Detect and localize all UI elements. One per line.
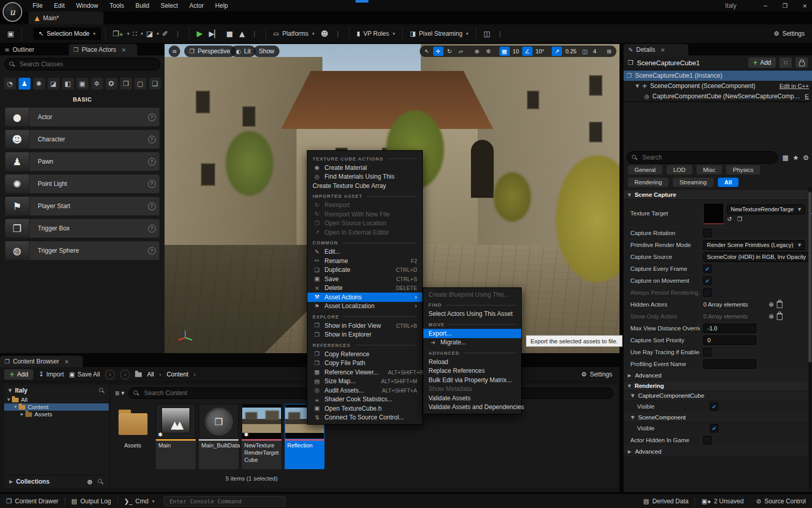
menu-item-validate-assets[interactable]: Validate Assets [423,394,521,403]
back-icon[interactable]: ‹ [105,370,115,380]
menu-item-reference-viewer[interactable]: ▦Reference Viewer...ALT+SHIFT+R [307,368,422,377]
filter-button[interactable]: ≣▼ [115,390,124,397]
play-button[interactable]: ▶ [194,29,206,38]
vp-roles-dropdown[interactable]: ▮ VP Roles ▾ [353,30,398,37]
tab-outliner[interactable]: ≡ Outliner [0,44,67,55]
show-dropdown[interactable]: Show [254,46,279,57]
maximize-button[interactable]: ❒ [781,3,789,9]
folder-all[interactable]: ▼All [4,396,109,403]
play-options-icon[interactable]: ⋮ [248,30,261,38]
help-icon[interactable]: ? [148,136,156,143]
details-scrollbar[interactable] [808,187,811,490]
delete-elements-icon[interactable] [777,301,783,308]
skip-button[interactable]: ▶▏ [206,30,224,38]
cmd-dropdown[interactable]: ❯_ Cmd ▾ [118,494,161,508]
collapsed-advanced[interactable]: ▶Advanced [624,446,808,457]
field-profiling-event-name[interactable] [703,359,756,369]
help-icon[interactable]: ? [148,225,156,233]
search-icon[interactable] [99,388,105,394]
category-media-icon[interactable]: ✪ [106,78,117,90]
browse-to-asset-icon[interactable]: ❐ [737,216,742,223]
grid-snap-icon[interactable]: ▦ [499,47,510,56]
menu-item-create-material[interactable]: ◉Create Material [307,163,422,172]
add-element-icon[interactable]: ⊕ [769,301,774,308]
dropdown-primitive-render-mode[interactable]: Render Scene Primitives (Legacy)▼ [703,240,805,250]
cinematics-button[interactable]: ◪ ▾ [143,30,159,38]
blueprint-convert-button[interactable]: ∷ [779,57,792,68]
checkbox-visible[interactable]: ✔ [710,424,718,432]
output-log-button[interactable]: ▤ Output Log [65,494,117,508]
chevron-down-icon[interactable]: ▼ [7,398,10,402]
grid-snap-value[interactable]: 10 [511,48,521,54]
toolbar-overflow-icon[interactable]: ⋮ [171,30,185,38]
world-coordinate-icon[interactable]: ⊕ [472,47,482,56]
chevron-down-icon[interactable]: ▼ [636,83,639,89]
select-tool-icon[interactable]: ↖ [422,47,432,56]
chevron-down-icon[interactable]: ▼ [14,405,17,409]
subsection-capturecomponentcube[interactable]: ▼CaptureComponentCube [624,391,808,401]
camera-speed-icon[interactable]: ◫ [580,47,590,56]
forward-icon[interactable]: › [120,370,130,380]
close-tab-icon[interactable]: × [122,47,126,53]
menu-item-show-in-explorer[interactable]: ❐Show in Explorer [307,330,422,340]
editor-modes-icon[interactable]: ✐ [159,30,171,38]
menu-item-shader-cook-statistics[interactable]: ☕Shader Cook Statistics... [307,395,422,404]
details-settings-icon[interactable]: ⚙ [803,154,809,162]
menu-actor[interactable]: Actor [184,1,210,11]
category-cinematic-icon[interactable]: ◪ [48,78,60,90]
checkbox-capture-on-movement[interactable]: ✔ [703,277,712,285]
camera-speed-value[interactable]: 4 [591,48,598,54]
cb-import-button[interactable]: ↧ Import [38,371,64,378]
search-icon[interactable] [98,479,104,485]
dropdown-capture-source[interactable]: SceneColor (HDR) in RGB, Inv Opacity▼ [703,252,812,262]
transform-gizmo[interactable] [178,330,194,345]
chevron-right-icon[interactable]: ▶ [21,412,23,416]
edit-in-cpp-link[interactable]: E [805,93,809,99]
menu-item-audit-assets[interactable]: ◎Audit Assets...ALT+SHIFT+A [307,386,422,395]
scale-snap-value[interactable]: 0.25 [563,48,578,54]
place-actor-player-start[interactable]: ⚑Player Start? [5,197,159,215]
rotate-tool-icon[interactable]: ↻ [445,47,455,56]
filter-tab-physics[interactable]: Physics [726,165,760,175]
menu-item-rename[interactable]: ✏RenameF2 [307,256,422,266]
menu-help[interactable]: Help [210,1,234,11]
category-recently-placed-icon[interactable]: ◔ [4,78,16,90]
sources-header[interactable]: ▼ Italy [4,385,109,396]
asset-main-builtdata[interactable]: ❒Main_BuiltData [199,404,239,469]
tab-place-actors[interactable]: ❒ Place Actors × [69,44,137,55]
blueprints-button[interactable]: ∷ ▾ [129,30,143,38]
breadcrumb-folder[interactable]: Content [167,371,188,378]
perspective-dropdown[interactable]: ❒ Perspective [184,46,235,57]
platforms-dropdown[interactable]: ▭ Platforms ▾ [270,30,318,37]
category-misc-icon[interactable]: ❒ [120,78,132,90]
surface-snap-icon[interactable]: ✲ [483,47,494,56]
filter-tab-general[interactable]: General [628,165,662,175]
menu-item-edit[interactable]: ✎Edit... [307,248,422,257]
menu-build[interactable]: Build [130,1,155,11]
place-actor-trigger-box[interactable]: ❒Trigger Box? [5,219,159,238]
menu-item-find-materials-using-this[interactable]: ◎Find Materials Using This [307,172,422,182]
place-actor-character[interactable]: ☻Character? [5,130,159,149]
capture-tool-icon[interactable]: ◫ [480,30,493,38]
menu-item-delete[interactable]: ×DeleteDELETE [307,284,422,293]
texture-thumbnail[interactable] [703,203,724,224]
help-icon[interactable]: ? [148,247,156,255]
component-capturecomponentcube-newscenecapturecomponentcube[interactable]: ◎CaptureComponentCube (NewSceneCaptureCo… [624,91,812,101]
breadcrumb-root[interactable]: All [147,371,154,378]
checkbox-visible[interactable]: ✔ [710,402,718,411]
collapsed-advanced[interactable]: ▶Advanced [624,370,808,381]
source-control-button[interactable]: ⊘ Source Control [750,494,812,508]
category-effects-icon[interactable]: ✲ [91,78,103,90]
section-rendering[interactable]: ▼Rendering [624,381,808,391]
category-visual-icon[interactable]: ▣ [77,78,88,90]
delete-elements-icon[interactable] [777,313,783,320]
multi-user-icon[interactable]: ☻ [318,30,332,38]
menu-item-export[interactable]: Export... [423,329,521,338]
close-tab-icon[interactable]: × [660,47,665,53]
place-actor-trigger-sphere[interactable]: ◍Trigger Sphere? [5,241,159,260]
help-icon[interactable]: ? [148,180,156,188]
menu-item-create-texture-cube-array[interactable]: Create Texture Cube Array [307,181,422,191]
menu-item-copy-file-path[interactable]: ❐Copy File Path [307,359,422,368]
content-drawer-button[interactable]: ❐ Content Drawer [0,494,65,508]
menu-item-connect-to-source-control[interactable]: ⇅Connect To Source Control... [307,413,422,423]
